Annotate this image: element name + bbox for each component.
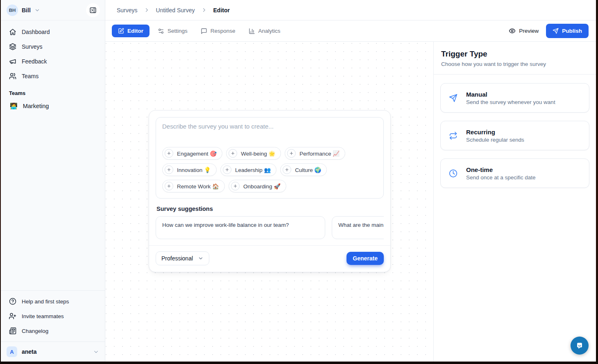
team-emoji: 🧑‍💻 [10,102,18,110]
tone-select[interactable]: Professional [156,251,209,265]
topic-chip-label: Leadership 👥 [235,167,271,173]
trigger-option-recurring[interactable]: Recurring Schedule regular sends [440,121,589,150]
plus-icon [283,165,291,174]
publish-button[interactable]: Publish [546,24,589,38]
topic-chip-leadership[interactable]: Leadership 👥 [220,163,276,176]
editor-canvas[interactable]: Engagement 🎯 Well-being 🌟 Performance 📈 [105,42,433,362]
breadcrumb-untitled-survey[interactable]: Untitled Survey [156,7,195,14]
prompt-input-box: Engagement 🎯 Well-being 🌟 Performance 📈 [156,117,384,199]
tab-settings[interactable]: Settings [153,25,193,38]
user-name: aneta [22,348,37,355]
survey-generator-card: Engagement 🎯 Well-being 🌟 Performance 📈 [149,110,391,272]
suggestions-row: How can we improve work-life balance in … [156,216,384,239]
sidebar-item-changelog[interactable]: Changelog [6,324,100,337]
help-circle-icon [9,298,16,305]
panel-subtitle: Choose how you want to trigger the surve… [441,61,589,67]
topic-chip-label: Performance 📈 [299,150,340,157]
teams-section-label: Teams [6,84,100,98]
sidebar-item-help[interactable]: Help and first steps [6,295,100,308]
message-square-icon [201,28,207,34]
sidebar-item-teams[interactable]: Teams [6,70,100,83]
breadcrumb-editor: Editor [213,7,230,14]
trigger-option-one-time[interactable]: One-time Send once at a specific date [440,158,589,188]
tone-value: Professional [161,255,193,262]
users-icon [9,72,16,80]
panel-body: Manual Send the survey whenever you want… [434,75,596,197]
topic-chip-label: Remote Work 🏠 [177,183,219,190]
workspace-avatar: BH [7,5,18,16]
trigger-option-text: One-time Send once at a specific date [466,166,536,181]
eye-icon [509,27,516,34]
topic-chip-label: Engagement 🎯 [177,150,217,157]
user-avatar: A [7,346,17,357]
panel-header: Trigger Type Choose how you want to trig… [434,42,596,75]
plus-icon [165,149,173,158]
chevron-right-icon [144,7,150,13]
sidebar-item-label: Dashboard [22,29,50,35]
trigger-option-text: Recurring Schedule regular sends [466,129,524,143]
chart-column-icon [249,28,255,34]
sidebar-item-label: Teams [22,73,39,79]
suggestion-card[interactable]: How can we improve work-life balance in … [156,216,325,239]
chat-bubble-icon [575,341,584,350]
content-area: Engagement 🎯 Well-being 🌟 Performance 📈 [105,42,596,362]
tab-response[interactable]: Response [196,25,240,38]
team-label: Marketing [23,103,49,109]
send-icon [553,28,559,34]
sidebar-item-label: Surveys [22,43,43,50]
plus-icon [231,182,240,190]
sidebar-nav: Dashboard Surveys Feedback Teams [1,20,105,114]
topic-chip-innovation[interactable]: Innovation 💡 [162,163,217,176]
topic-chip-onboarding[interactable]: Onboarding 🚀 [229,180,286,192]
survey-description-input[interactable] [162,123,377,147]
sidebar-team-marketing[interactable]: 🧑‍💻 Marketing [6,99,100,113]
chat-launcher-button[interactable] [571,337,589,355]
app-window: BH Bill Dashboard Surv [1,0,596,362]
plus-icon [223,165,231,174]
sidebar-item-label: Changelog [22,328,48,334]
sidebar-item-invite[interactable]: Invite teammates [6,310,100,323]
trigger-option-text: Manual Send the survey whenever you want [466,91,555,105]
topic-chip-label: Culture 🌍 [295,167,321,173]
trigger-option-manual[interactable]: Manual Send the survey whenever you want [440,83,589,113]
topic-chip-label: Well-being 🌟 [241,150,275,157]
workspace-switcher[interactable]: BH Bill [1,0,105,20]
square-pen-icon [118,28,124,34]
newspaper-icon [9,327,16,335]
trigger-option-title: One-time [466,166,536,173]
main-column: Surveys Untitled Survey Editor Editor [105,0,596,362]
plus-icon [165,182,173,190]
repeat-icon [449,131,458,140]
tab-editor[interactable]: Editor [112,25,150,37]
sidebar-item-surveys[interactable]: Surveys [6,40,100,53]
workspace-name: Bill [22,7,31,14]
topic-chip-remote-work[interactable]: Remote Work 🏠 [162,180,225,192]
layers-icon [9,43,16,50]
trigger-option-description: Send once at a specific date [466,174,536,181]
trigger-option-description: Schedule regular sends [466,137,524,143]
topic-chip-performance[interactable]: Performance 📈 [285,147,345,160]
sidebar-spacer [1,114,105,290]
tabbar-actions: Preview Publish [509,24,589,38]
topic-chip-engagement[interactable]: Engagement 🎯 [162,147,222,160]
sidebar-item-feedback[interactable]: Feedback [6,55,100,68]
suggestion-card[interactable]: What are the main ob [332,216,384,239]
tab-label: Settings [168,28,188,34]
publish-label: Publish [562,28,582,34]
sidebar-item-dashboard[interactable]: Dashboard [6,25,100,38]
plus-icon [229,149,237,158]
tab-label: Analytics [258,28,281,34]
topic-chip-wellbeing[interactable]: Well-being 🌟 [226,147,281,160]
trigger-option-title: Manual [466,91,555,98]
generate-button[interactable]: Generate [347,252,384,265]
topic-chip-culture[interactable]: Culture 🌍 [280,163,327,176]
breadcrumb: Surveys Untitled Survey Editor [105,0,596,20]
topic-chip-label: Innovation 💡 [177,167,211,173]
panel-right-icon [89,7,97,14]
breadcrumb-surveys[interactable]: Surveys [117,7,138,14]
user-menu[interactable]: A aneta [1,341,105,362]
tab-analytics[interactable]: Analytics [244,25,285,38]
sidebar-collapse-button[interactable] [86,3,100,17]
preview-button[interactable]: Preview [509,27,539,34]
sidebar-item-label: Help and first steps [22,298,69,305]
